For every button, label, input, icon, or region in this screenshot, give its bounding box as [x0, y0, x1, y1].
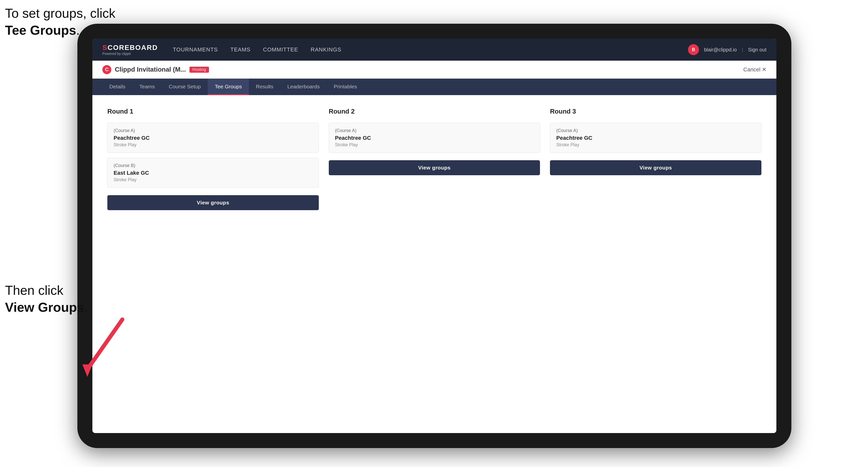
round-1-view-groups-button[interactable]: View groups	[107, 195, 319, 210]
round-3-course-a-label: (Course A)	[556, 128, 755, 133]
top-nav: SCOREBOARD Powered by clippit TOURNAMENT…	[92, 39, 776, 61]
round-3-course-a-format: Stroke Play	[556, 142, 755, 148]
round-2-column: Round 2 (Course A) Peachtree GC Stroke P…	[329, 107, 540, 210]
arrow-bottom-icon	[72, 312, 132, 382]
instruction-top-line1: To set groups, click	[5, 6, 115, 21]
sign-out-link[interactable]: Sign out	[748, 47, 766, 53]
tablet-device: SCOREBOARD Powered by clippit TOURNAMENT…	[78, 24, 792, 448]
main-content: Round 1 (Course A) Peachtree GC Stroke P…	[92, 95, 776, 433]
separator: |	[742, 47, 743, 53]
instruction-bottom: Then click View Groups.	[5, 282, 88, 316]
tournament-badge: C	[102, 65, 111, 74]
nav-links: TOURNAMENTS TEAMS COMMITTEE RANKINGS	[173, 46, 688, 53]
hosting-badge: Hosting	[189, 67, 209, 73]
tournament-title-area: C Clippd Invitational (M... Hosting	[102, 65, 209, 74]
tab-details[interactable]: Details	[102, 79, 132, 95]
round-3-course-a-card: (Course A) Peachtree GC Stroke Play	[550, 123, 762, 153]
logo-area: SCOREBOARD Powered by clippit	[102, 44, 158, 56]
round-2-course-a-format: Stroke Play	[335, 142, 534, 148]
cancel-button[interactable]: Cancel ✕	[743, 66, 766, 73]
round-2-view-groups-button[interactable]: View groups	[329, 160, 540, 175]
tab-printables[interactable]: Printables	[327, 79, 364, 95]
tab-teams[interactable]: Teams	[132, 79, 162, 95]
svg-line-2	[87, 319, 122, 369]
tournament-name: Clippd Invitational (M...	[115, 66, 186, 73]
round-2-course-a-card: (Course A) Peachtree GC Stroke Play	[329, 123, 540, 153]
logo-text: SCOREBOARD	[102, 44, 158, 52]
rounds-container: Round 1 (Course A) Peachtree GC Stroke P…	[107, 107, 762, 210]
logo-s: S	[102, 44, 107, 52]
nav-right: B blair@clippd.io | Sign out	[688, 44, 766, 55]
nav-committee[interactable]: COMMITTEE	[263, 46, 298, 53]
round-2-course-a-name: Peachtree GC	[335, 135, 534, 141]
instruction-top-bold: Tee Groups	[5, 23, 76, 37]
round-1-course-b-name: East Lake GC	[114, 170, 313, 176]
logo-sub: Powered by clippit	[102, 52, 158, 56]
tab-results[interactable]: Results	[249, 79, 280, 95]
tab-course-setup[interactable]: Course Setup	[162, 79, 208, 95]
round-3-course-a-name: Peachtree GC	[556, 135, 755, 141]
user-email: blair@clippd.io	[704, 47, 737, 53]
round-1-course-a-name: Peachtree GC	[114, 135, 313, 141]
round-2-title: Round 2	[329, 107, 540, 115]
round-1-course-a-card: (Course A) Peachtree GC Stroke Play	[107, 123, 319, 153]
tab-tee-groups[interactable]: Tee Groups	[208, 79, 249, 95]
avatar: B	[688, 44, 699, 55]
nav-teams[interactable]: TEAMS	[230, 46, 251, 53]
tab-bar: Details Teams Course Setup Tee Groups Re…	[92, 79, 776, 95]
round-3-column: Round 3 (Course A) Peachtree GC Stroke P…	[550, 107, 762, 210]
round-2-course-a-label: (Course A)	[335, 128, 534, 133]
round-1-course-a-format: Stroke Play	[114, 142, 313, 148]
tab-leaderboards[interactable]: Leaderboards	[280, 79, 327, 95]
round-3-view-groups-button[interactable]: View groups	[550, 160, 762, 175]
round-1-course-b-label: (Course B)	[114, 163, 313, 168]
cancel-label: Cancel	[743, 66, 761, 73]
close-icon: ✕	[762, 66, 766, 73]
sub-header: C Clippd Invitational (M... Hosting Canc…	[92, 61, 776, 79]
nav-rankings[interactable]: RANKINGS	[311, 46, 342, 53]
svg-marker-3	[82, 365, 92, 377]
round-1-course-b-card: (Course B) East Lake GC Stroke Play	[107, 158, 319, 188]
round-3-title: Round 3	[550, 107, 762, 115]
round-1-course-a-label: (Course A)	[114, 128, 313, 133]
round-1-title: Round 1	[107, 107, 319, 115]
instruction-bottom-line1: Then click	[5, 283, 63, 298]
nav-tournaments[interactable]: TOURNAMENTS	[173, 46, 218, 53]
round-1-column: Round 1 (Course A) Peachtree GC Stroke P…	[107, 107, 319, 210]
tablet-screen: SCOREBOARD Powered by clippit TOURNAMENT…	[92, 39, 776, 433]
round-1-course-b-format: Stroke Play	[114, 177, 313, 183]
